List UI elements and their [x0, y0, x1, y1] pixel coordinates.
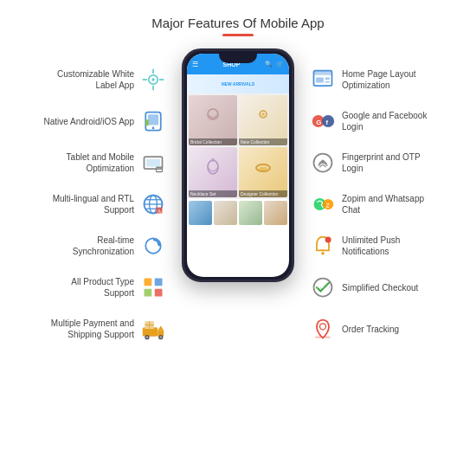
tablet-icon [139, 149, 167, 177]
svg-rect-22 [145, 279, 152, 286]
grid-label-1: Bridal Collection [189, 138, 237, 145]
feature-google-facebook: G f Google and Facebook Login [309, 107, 437, 135]
svg-rect-24 [145, 289, 152, 297]
svg-point-38 [261, 113, 265, 116]
svg-point-40 [211, 158, 215, 162]
native-icon [139, 107, 167, 135]
thumb-2 [214, 201, 237, 225]
grid-label-2: New Collection [239, 138, 287, 145]
realtime-icon [139, 232, 167, 260]
grid-label-4: Designer Collection [239, 190, 287, 197]
push-text: Unlimited Push Notifications [342, 235, 437, 257]
svg-rect-47 [325, 81, 330, 83]
feature-customizable: Customizable White Label App [39, 66, 167, 93]
feature-payment: Multiple Payment and Shipping Support [39, 315, 167, 343]
tracking-icon [309, 315, 337, 343]
fingerprint-icon [309, 149, 337, 177]
whatsapp-text: Zopim and Whatsapp Chat [342, 193, 437, 215]
feature-whatsapp: Z Zopim and Whatsapp Chat [309, 190, 437, 218]
feature-tablet: Tablet and Mobile Optimization [39, 149, 167, 177]
phone-notch [219, 51, 257, 63]
payment-icon [139, 315, 167, 343]
svg-point-58 [321, 252, 325, 255]
svg-point-30 [146, 336, 149, 338]
realtime-text: Real-time Synchronization [39, 235, 134, 257]
svg-point-39 [208, 160, 218, 174]
homepage-icon [309, 66, 337, 93]
feature-fingerprint: Fingerprint and OTP Login [309, 149, 437, 177]
checkout-icon [309, 273, 337, 301]
homepage-text: Home Page Layout Optimization [342, 68, 437, 91]
svg-rect-42 [259, 167, 267, 170]
multilingual-text: Multi-lingual and RTL Support [39, 193, 134, 215]
phone-mockup: ☰ SHOP 🔍 🛒 NEW ARRIVALS [182, 48, 294, 282]
whatsapp-icon: Z [309, 190, 337, 218]
svg-rect-45 [316, 77, 324, 82]
svg-rect-23 [155, 279, 163, 286]
grid-cell-4: Designer Collection [239, 147, 287, 197]
thumb-4 [264, 201, 287, 225]
grid-cell-3: Necklace Set [189, 147, 237, 197]
app-header-icons: 🔍 🛒 [265, 61, 284, 68]
svg-point-32 [159, 336, 162, 338]
svg-point-1 [151, 78, 155, 81]
feature-product-type: All Product Type Support [39, 273, 167, 301]
feature-checkout: Simplified Checkout [309, 273, 437, 301]
svg-marker-28 [158, 326, 164, 331]
feature-tracking: Order Tracking [309, 315, 437, 343]
customizable-icon [139, 66, 167, 93]
payment-text: Multiple Payment and Shipping Support [39, 318, 134, 340]
feature-native: Native Android/iOS App [39, 107, 167, 135]
svg-text:Z: Z [326, 203, 331, 209]
svg-point-8 [152, 127, 155, 130]
page-wrapper: Major Features Of Mobile App Customizabl… [0, 0, 476, 476]
google-facebook-icon: G f [309, 107, 337, 135]
google-facebook-text: Google and Facebook Login [342, 110, 437, 132]
product-type-text: All Product Type Support [39, 276, 134, 299]
feature-push: Unlimited Push Notifications [309, 232, 437, 260]
svg-text:f: f [326, 119, 329, 126]
phone-screen: ☰ SHOP 🔍 🛒 NEW ARRIVALS [187, 54, 289, 277]
grid-label-3: Necklace Set [189, 190, 237, 197]
phone-wrapper: ☰ SHOP 🔍 🛒 NEW ARRIVALS [167, 48, 309, 282]
thumb-3 [239, 201, 262, 225]
grid-cell-2: New Collection [239, 95, 287, 145]
app-thumbnails [187, 199, 289, 227]
title-underline [222, 34, 254, 36]
tablet-text: Tablet and Mobile Optimization [39, 151, 134, 174]
page-title: Major Features Of Mobile App [151, 16, 324, 30]
svg-point-59 [325, 237, 331, 243]
checkout-text: Simplified Checkout [342, 282, 418, 293]
features-right: Home Page Layout Optimization G f Google… [309, 48, 437, 343]
thumb-1 [189, 201, 212, 225]
features-left: Customizable White Label App Native Andr… [39, 48, 167, 343]
feature-homepage: Home Page Layout Optimization [309, 66, 437, 93]
svg-point-53 [321, 160, 325, 164]
svg-point-50 [322, 115, 334, 127]
feature-realtime: Real-time Synchronization [39, 232, 167, 260]
feature-multilingual: A Multi-lingual and RTL Support [39, 190, 167, 218]
svg-rect-9 [145, 119, 149, 125]
svg-rect-25 [155, 289, 163, 297]
svg-rect-63 [315, 337, 331, 338]
customizable-text: Customizable White Label App [39, 68, 134, 91]
product-type-icon [139, 273, 167, 301]
svg-rect-11 [146, 159, 160, 167]
grid-cell-1: Bridal Collection [189, 95, 237, 145]
svg-rect-46 [325, 77, 330, 80]
multilingual-icon: A [139, 190, 167, 218]
main-content: Customizable White Label App Native Andr… [9, 48, 467, 343]
svg-text:G: G [316, 119, 321, 126]
svg-text:A: A [158, 209, 161, 214]
svg-point-62 [320, 324, 326, 330]
svg-rect-7 [148, 114, 158, 125]
native-text: Native Android/iOS App [43, 116, 134, 127]
tracking-text: Order Tracking [342, 324, 399, 335]
fingerprint-text: Fingerprint and OTP Login [342, 151, 437, 174]
svg-rect-44 [314, 71, 332, 75]
app-product-grid: Bridal Collection New Collection [187, 93, 289, 199]
push-icon [309, 232, 337, 260]
